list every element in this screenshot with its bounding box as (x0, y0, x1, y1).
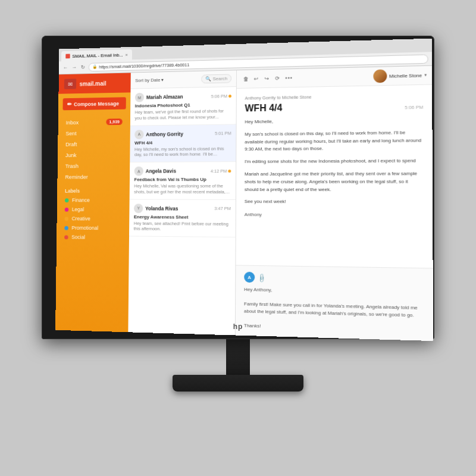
secure-icon: 🔒 (92, 64, 97, 69)
monitor-bezel: SMAIL.MAIL - Email Inb... × ← → ↻ 🔒 http… (42, 36, 434, 339)
sender-name-4: Yolanda Rivas (145, 205, 178, 211)
unread-dot-1 (228, 95, 231, 98)
reply-avatar-letter: A (248, 274, 251, 280)
email-detail-time: 5:06 PM (405, 105, 423, 111)
sidebar-item-sent[interactable]: Sent (58, 127, 130, 139)
search-icon: 🔍 (205, 76, 211, 82)
email-list-header: Sort by Date ▾ 🔍 Search (130, 70, 236, 89)
sort-label: Sort by Date (135, 77, 160, 83)
sidebar-item-trash[interactable]: Trash (58, 160, 130, 171)
promotional-label: Promotional (71, 225, 98, 231)
sender-avatar-3: A (134, 167, 143, 176)
sidebar-item-reminder[interactable]: Reminder (57, 171, 130, 183)
draft-label: Draft (65, 141, 77, 148)
legal-dot (65, 207, 69, 211)
email-from-to: Anthony Gorrity to Michelle Stone (245, 92, 424, 101)
reminder-label: Reminder (65, 174, 87, 180)
monitor-neck (226, 339, 250, 375)
sidebar-item-inbox[interactable]: Inbox 1,939 (58, 116, 130, 128)
sort-button[interactable]: Sort by Date ▾ (135, 77, 164, 83)
finance-label: Finance (72, 198, 90, 203)
label-promotional[interactable]: Promotional (57, 223, 129, 233)
address-text: https://smail.mail/10300/mrgdrive/77389.… (99, 62, 189, 69)
monitor-screen: SMAIL.MAIL - Email Inb... × ← → ↻ 🔒 http… (55, 39, 433, 341)
email-preview-3: Hey Michelle, Val was questioning some o… (134, 183, 231, 195)
refresh-button[interactable]: ⟳ (273, 74, 281, 83)
detail-content: Anthony Gorrity to Michelle Stone WFH 4/… (236, 85, 433, 268)
label-creative[interactable]: Creative (57, 214, 130, 223)
undo-button[interactable]: ↩ (252, 74, 261, 83)
compose-icon: ✏ (67, 101, 72, 108)
redo-button[interactable]: ↪ (262, 74, 271, 83)
sidebar-item-draft[interactable]: Draft (58, 138, 130, 149)
screen-content: SMAIL.MAIL - Email Inb... × ← → ↻ 🔒 http… (55, 39, 433, 341)
email-time-1: 5:06 PM (211, 93, 231, 99)
nav-refresh-btn[interactable]: ↻ (80, 64, 86, 71)
tab-title: SMAIL.MAIL - Email Inb... (72, 52, 123, 59)
sidebar-nav: Inbox 1,939 Sent Draft Junk (57, 114, 130, 184)
search-box[interactable]: 🔍 Search (201, 74, 231, 83)
search-placeholder: Search (212, 76, 227, 82)
reply-avatar: A (244, 272, 255, 283)
dropdown-chevron-icon[interactable]: ▾ (424, 73, 427, 77)
reply-section: A 📎 Hey Anthony, Family first! Make sure… (236, 265, 433, 341)
email-item-4[interactable]: Y Yolanda Rivas 3:47 PM Energy Awareness… (129, 199, 236, 237)
label-finance[interactable]: Finance (57, 196, 130, 205)
sidebar-logo: smail.mail (80, 80, 107, 87)
sender-name-3: Angela Davis (146, 168, 176, 174)
nav-forward-btn[interactable]: → (71, 64, 77, 71)
finance-dot (65, 198, 69, 202)
trash-label: Trash (65, 162, 79, 169)
delete-button[interactable]: 🗑 (242, 75, 250, 83)
sidebar-header: ✉ smail.mail (58, 73, 130, 93)
sidebar-item-junk[interactable]: Junk (58, 149, 130, 161)
inbox-badge: 1,939 (107, 118, 123, 125)
monitor-base (173, 375, 303, 392)
email-subject-4: Energy Awareness Sheet (134, 214, 231, 220)
email-detail-subject: WFH 4/4 (245, 102, 282, 114)
browser-tab[interactable]: SMAIL.MAIL - Email Inb... × (61, 49, 133, 61)
email-item-1[interactable]: M Mariah Almazan 5:06 PM Indonesia Photo (130, 87, 236, 126)
email-body-greeting: Hey Michelle, (245, 116, 423, 126)
nav-back-btn[interactable]: ← (62, 64, 68, 71)
promotional-dot (64, 226, 68, 230)
reply-header: A 📎 (244, 272, 424, 286)
user-name: Michelle Stone (389, 73, 422, 79)
email-signature: Anthony (245, 212, 424, 218)
email-time-3: 4:12 PM (211, 168, 231, 174)
email-body-para1: My son's school is closed on this day, s… (245, 129, 424, 154)
junk-label: Junk (65, 152, 77, 158)
sender-avatar-4: Y (134, 203, 143, 213)
label-legal[interactable]: Legal (57, 205, 130, 214)
compose-button[interactable]: ✏ Compose Message (62, 97, 126, 110)
creative-label: Creative (72, 215, 90, 221)
email-item-2[interactable]: A Anthony Gorrity 5:01 PM WFH 4/4 Hey Mi… (130, 124, 236, 162)
email-body-para3: Mariah and Jacqueline got me their prior… (245, 170, 424, 194)
email-item-3[interactable]: A Angela Davis 4:12 PM Feedback from Val (130, 162, 236, 199)
label-social[interactable]: Social (57, 232, 129, 242)
email-subject-2: WFH 4/4 (134, 139, 231, 145)
sender-name-2: Anthony Gorrity (146, 131, 183, 137)
creative-dot (65, 217, 69, 221)
tab-close-btn[interactable]: × (125, 52, 127, 57)
email-list: Sort by Date ▾ 🔍 Search M (128, 70, 237, 335)
app-layout: ✉ smail.mail ✏ Compose Message Inbox 1,9… (55, 66, 433, 341)
tab-favicon (65, 54, 70, 59)
email-time-2: 5:01 PM (215, 130, 231, 136)
inbox-label: Inbox (66, 119, 79, 126)
email-body-closing: See you next week! (245, 198, 424, 206)
user-avatar (373, 70, 387, 83)
email-preview-2: Hey Michelle, my son's school is closed … (134, 146, 231, 158)
monitor: SMAIL.MAIL - Email Inb... × ← → ↻ 🔒 http… (36, 36, 440, 440)
sent-label: Sent (65, 130, 76, 137)
email-subject-1: Indonesia Photoshoot Q1 (135, 102, 231, 109)
legal-label: Legal (72, 206, 84, 212)
mail-icon: ✉ (64, 79, 76, 89)
email-time-4: 3:47 PM (214, 206, 231, 211)
sidebar: ✉ smail.mail ✏ Compose Message Inbox 1,9… (55, 73, 131, 332)
social-dot (64, 235, 68, 239)
user-area: Michelle Stone ▾ (373, 68, 427, 83)
email-subject-3: Feedback from Val is Thumbs Up (134, 177, 231, 182)
sender-name-1: Mariah Almazan (146, 94, 183, 101)
more-options-button[interactable]: ••• (285, 75, 293, 81)
